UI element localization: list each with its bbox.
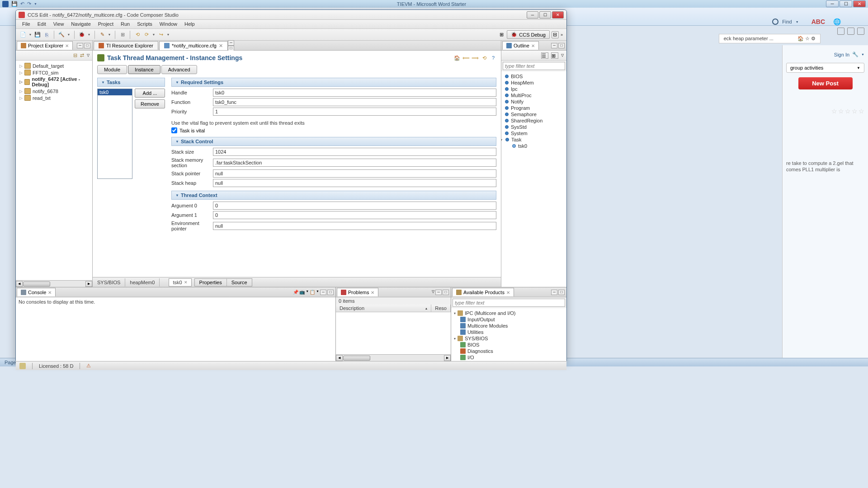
new-icon[interactable]: 📄 — [19, 31, 27, 38]
minimize-view-icon[interactable]: ─ — [435, 290, 442, 295]
ccs-minimize-button[interactable]: ─ — [527, 11, 538, 19]
menu-view[interactable]: View — [50, 20, 68, 28]
close-icon[interactable]: ✕ — [184, 280, 188, 285]
env-input[interactable] — [213, 222, 496, 230]
add-task-button[interactable]: Add ... — [135, 89, 165, 98]
task-list[interactable]: tsk0 — [97, 89, 132, 179]
close-icon[interactable]: ✕ — [48, 290, 52, 295]
refresh-icon[interactable]: ⟲ — [481, 55, 487, 61]
expand-icon[interactable]: ▷ — [19, 96, 23, 100]
expand-icon[interactable]: ▷ — [19, 80, 23, 84]
new-post-button[interactable]: New Post — [798, 77, 853, 89]
collapse-all-icon[interactable]: ⊟ — [73, 52, 77, 58]
maximize-view-icon[interactable]: □ — [443, 290, 449, 295]
maximize-editor-icon[interactable]: □ — [228, 46, 234, 51]
signin-link[interactable]: Sign In 🔧 ▼ — [786, 49, 864, 60]
view-menu-icon[interactable]: ▽ — [432, 290, 434, 295]
perspective-ccs-debug[interactable]: 🐞 CCS Debug — [507, 30, 550, 39]
perspective-open-icon[interactable]: ⊞ — [498, 31, 505, 38]
word-minimize-button[interactable]: ─ — [826, 0, 839, 7]
save-all-icon[interactable]: ⎘ — [43, 31, 50, 38]
perspective-more-icon[interactable]: » — [561, 33, 563, 37]
layout1-icon[interactable] — [847, 28, 854, 35]
maximize-view-icon[interactable]: □ — [558, 290, 565, 295]
close-icon[interactable]: ✕ — [219, 43, 223, 49]
maximize-view-icon[interactable]: □ — [327, 290, 334, 295]
resize-handle-icon[interactable] — [557, 363, 563, 369]
redo-icon[interactable]: ↷ — [27, 1, 31, 7]
word-document-tab[interactable]: eck heap parameter ... 🏠 ☆ ⚙ — [719, 34, 821, 43]
minimize-view-icon[interactable]: ─ — [77, 43, 83, 48]
forward-icon[interactable]: ⟹ — [472, 55, 478, 61]
outline-tree[interactable]: BIOS HeapMem Ipc MultiProc Notify Progra… — [501, 71, 566, 287]
pen-icon[interactable]: ✎ — [99, 31, 106, 38]
editor-tab-cfg[interactable]: *notify_multicore.cfg ✕ — [159, 41, 228, 50]
breadcrumb-sysbios[interactable]: SYS/BIOS — [93, 278, 125, 286]
nav-dropdown-icon[interactable]: ▼ — [152, 33, 156, 36]
breadcrumb-heapmem[interactable]: heapMem0 — [125, 278, 160, 286]
minimize-view-icon[interactable]: ─ — [551, 290, 557, 295]
project-hscroll[interactable]: ◀▶ — [16, 280, 92, 287]
editor-tab-resource-explorer[interactable]: TI Resource Explorer — [94, 41, 158, 50]
instance-tab[interactable]: Instance — [128, 65, 160, 74]
menu-help[interactable]: Help — [181, 20, 198, 28]
minimize-editor-icon[interactable]: ─ — [228, 40, 234, 46]
globe-icon[interactable]: 🌐 — [833, 18, 841, 25]
view-menu-icon[interactable]: ▽ — [87, 53, 90, 57]
stack-mem-input[interactable] — [213, 159, 496, 167]
menu-edit[interactable]: Edit — [34, 20, 50, 28]
products-tab[interactable]: Available Products ✕ — [452, 288, 514, 296]
close-icon[interactable]: ✕ — [371, 290, 374, 295]
pen-dropdown-icon[interactable]: ▼ — [108, 33, 111, 36]
outline-tab[interactable]: Outline ✕ — [502, 41, 539, 50]
word-close-button[interactable]: ✕ — [853, 0, 866, 7]
priority-input[interactable] — [213, 108, 496, 116]
handle-input[interactable] — [213, 89, 496, 97]
products-filter-input[interactable] — [453, 299, 565, 307]
link-editor-icon[interactable]: ⇄ — [80, 52, 84, 58]
thread-section-header[interactable]: ▼Thread Context — [171, 191, 496, 200]
layout2-icon[interactable] — [857, 28, 864, 35]
menu-scripts[interactable]: Scripts — [133, 20, 156, 28]
debug-icon[interactable]: 🐞 — [78, 31, 85, 38]
outline-filter-input[interactable] — [503, 62, 565, 70]
spellcheck-icon[interactable]: ABC — [811, 18, 825, 25]
breadcrumb-tsk0[interactable]: tsk0 ✕ — [169, 278, 191, 286]
project-tree[interactable]: ▷Default_target ▷FFTC0_sim ▷notify_6472 … — [16, 61, 92, 280]
undo-icon[interactable]: ↶ — [20, 1, 24, 7]
find-dropdown-icon[interactable]: ▼ — [796, 20, 799, 23]
find-label[interactable]: Find — [782, 19, 792, 24]
stack-size-input[interactable] — [213, 148, 496, 156]
word-maximize-button[interactable]: ☐ — [840, 0, 852, 7]
expand-icon[interactable]: ▾ — [501, 138, 502, 142]
expand-icon[interactable]: ▷ — [19, 70, 23, 75]
properties-tab[interactable]: Properties — [195, 279, 227, 286]
outline-toggle2-icon[interactable]: ⊞ — [551, 52, 558, 59]
tasks-section-header[interactable]: ▼Tasks — [97, 78, 165, 87]
module-tab[interactable]: Module — [97, 65, 127, 74]
minimize-view-icon[interactable]: ─ — [320, 290, 326, 295]
find-icon[interactable] — [772, 19, 778, 25]
source-tab[interactable]: Source — [227, 279, 252, 286]
new-dropdown-icon[interactable]: ▼ — [28, 33, 32, 36]
nav-last-icon[interactable]: ↪ — [157, 31, 165, 38]
fullscreen-icon[interactable] — [837, 28, 844, 35]
wrench-icon[interactable]: 🔧 — [852, 52, 859, 57]
group-activities-dropdown[interactable]: group activities▼ — [786, 63, 864, 73]
expand-icon[interactable]: ▷ — [19, 64, 23, 68]
nav-forward-icon[interactable]: ⟳ — [143, 31, 150, 38]
arg1-input[interactable] — [213, 211, 496, 219]
nav-back-icon[interactable]: ⟲ — [134, 31, 141, 38]
grid-icon[interactable]: ⊞ — [119, 31, 126, 38]
qat-dropdown-icon[interactable]: ▼ — [34, 2, 37, 5]
ccs-maximize-button[interactable]: ☐ — [539, 11, 551, 19]
menu-project[interactable]: Project — [94, 20, 117, 28]
remove-task-button[interactable]: Remove — [135, 99, 165, 108]
advanced-tab[interactable]: Advanced — [161, 65, 197, 74]
console-tab[interactable]: Console ✕ — [17, 288, 56, 296]
menu-navigate[interactable]: Navigate — [67, 20, 94, 28]
col-resource[interactable]: Reso — [431, 305, 451, 312]
project-explorer-tab[interactable]: Project Explorer ✕ — [17, 41, 73, 50]
rating-stars[interactable]: ☆☆☆☆☆ — [786, 108, 864, 115]
home-icon[interactable]: 🏠 — [454, 55, 460, 61]
